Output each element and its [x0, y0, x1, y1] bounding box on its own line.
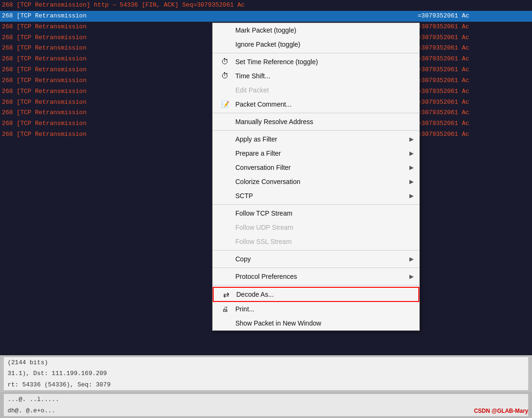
menu-item-packet-comment[interactable]: 📝 Packet Comment... [213, 97, 419, 111]
prepare-filter-icon [220, 149, 230, 158]
menu-item-apply-as-filter[interactable]: Apply as Filter ▶ [213, 132, 419, 146]
packet-row-text: 268 [TCP Retransmission [2, 12, 418, 21]
bottom-panel: (2144 bits) 31.1), Dst: 111.199.169.209 … [0, 355, 532, 418]
show-packet-icon [220, 318, 230, 328]
menu-item-ignore-packet[interactable]: Ignore Packet (toggle) [213, 37, 419, 51]
menu-item-time-shift[interactable]: ⏱ Time Shift... [213, 69, 419, 83]
separator-6 [213, 268, 419, 268]
manually-resolve-icon [220, 117, 230, 126]
menu-item-manually-resolve[interactable]: Manually Resolve Address [213, 115, 419, 129]
menu-item-show-packet-new-window[interactable]: Show Packet in New Window [213, 316, 419, 330]
follow-udp-icon [220, 223, 230, 232]
edit-packet-icon [220, 85, 230, 95]
menu-item-mark-packet[interactable]: Mark Packet (toggle) [213, 23, 419, 37]
context-menu: Mark Packet (toggle) Ignore Packet (togg… [212, 23, 420, 331]
copy-arrow: ▶ [409, 256, 414, 262]
follow-tcp-icon [220, 209, 230, 218]
menu-item-copy[interactable]: Copy ▶ [213, 252, 419, 266]
menu-item-edit-packet[interactable]: Edit Packet [213, 83, 419, 97]
menu-item-follow-udp[interactable]: Follow UDP Stream [213, 220, 419, 234]
colorize-arrow: ▶ [409, 178, 414, 185]
separator-3 [213, 130, 419, 131]
set-time-ref-icon: ⏱ [220, 57, 230, 67]
menu-item-prepare-filter[interactable]: Prepare a Filter ▶ [213, 146, 419, 160]
menu-item-colorize-conversation[interactable]: Colorize Conversation ▶ [213, 175, 419, 189]
decode-as-icon: ⇄ [221, 290, 231, 299]
time-shift-icon: ⏱ [220, 71, 230, 81]
separator-2 [213, 113, 419, 113]
separator-7 [213, 285, 419, 285]
menu-item-protocol-preferences[interactable]: Protocol Preferences ▶ [213, 269, 419, 284]
packet-comment-icon: 📝 [220, 100, 230, 109]
sctp-icon [220, 191, 230, 201]
mark-packet-icon [220, 25, 230, 35]
ignore-packet-icon [220, 40, 230, 49]
menu-item-sctp[interactable]: SCTP ▶ [213, 189, 419, 203]
colorize-icon [220, 177, 230, 186]
protocol-prefs-icon [220, 272, 230, 281]
hex-row-2: dh@. @.e+o... [4, 405, 528, 417]
separator-1 [213, 53, 419, 53]
prepare-filter-arrow: ▶ [409, 150, 414, 157]
separator-5 [213, 250, 419, 251]
protocol-prefs-arrow: ▶ [409, 273, 414, 280]
detail-row-3: rt: 54336 (54336), Seq: 3079 [4, 379, 528, 391]
apply-filter-arrow: ▶ [409, 136, 414, 142]
follow-ssl-icon [220, 237, 230, 246]
packet-row-highlighted[interactable]: 268 [TCP Retransmission =3079352061 Ac [0, 11, 532, 22]
hex-row-1: ...@. ..l..... [4, 394, 528, 405]
watermark: CSDN @GLAB-Mary [474, 408, 528, 414]
menu-item-decode-as[interactable]: ⇄ Decode As... [213, 287, 419, 302]
menu-item-print[interactable]: 🖨 Print... [213, 302, 419, 316]
separator-4 [213, 204, 419, 205]
menu-item-set-time-ref[interactable]: ⏱ Set Time Reference (toggle) [213, 55, 419, 69]
packet-row-top[interactable]: 268 [TCP Retransmission] http → 54336 [F… [0, 0, 532, 11]
menu-item-conversation-filter[interactable]: Conversation Filter ▶ [213, 160, 419, 175]
packet-row-text: 268 [TCP Retransmission] http → 54336 [F… [2, 1, 245, 10]
print-icon: 🖨 [220, 304, 230, 314]
conversation-filter-arrow: ▶ [409, 164, 414, 171]
menu-item-follow-ssl[interactable]: Follow SSL Stream [213, 234, 419, 249]
detail-row-2: 31.1), Dst: 111.199.169.209 [4, 368, 528, 379]
apply-filter-icon [220, 134, 230, 144]
sctp-arrow: ▶ [409, 192, 414, 199]
copy-icon [220, 254, 230, 264]
detail-row-1: (2144 bits) [4, 357, 528, 368]
menu-item-follow-tcp[interactable]: Follow TCP Stream [213, 206, 419, 220]
conversation-filter-icon [220, 163, 230, 172]
